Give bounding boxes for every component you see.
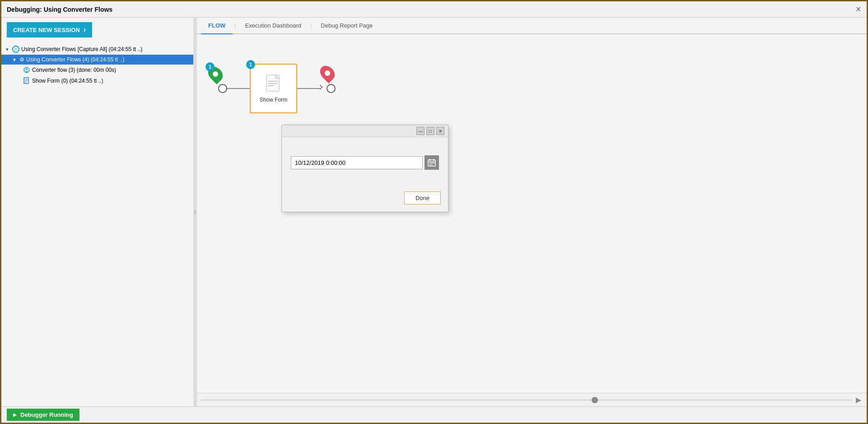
flow-show-form-node[interactable]: 1 Show Form [250, 64, 297, 113]
converter-icon [23, 66, 30, 74]
window-close-button[interactable]: ✕ [855, 5, 861, 14]
calendar-picker-button[interactable] [425, 155, 439, 170]
tree-section: ▼ ⏱ Using Converter Flows [Capture All] … [1, 42, 195, 406]
main-content: CREATE NEW SESSION › ▼ ⏱ Using Converter… [1, 18, 867, 406]
debugger-running-label: Debugger Running [20, 411, 73, 418]
pin-inner [212, 70, 219, 78]
scrollbar-bg [201, 399, 852, 401]
chevron-right-icon: › [84, 26, 86, 34]
right-panel: FLOW | Execution Dashboard | Debug Repor… [196, 18, 867, 406]
window-title: Debugging: Using Converter Flows [7, 6, 112, 13]
tree-toggle-icon: ▼ [5, 47, 10, 52]
form-dialog: — □ ✕ [281, 125, 448, 212]
dialog-minimize-button[interactable]: — [416, 127, 425, 135]
form-node-badge: 1 [246, 60, 255, 69]
debugger-running-button[interactable]: ▶ Debugger Running [7, 409, 79, 421]
flow-arrow-2 [297, 88, 321, 89]
right-panel-scrollbar: ▶ [196, 393, 867, 406]
scrollbar-track [201, 399, 852, 401]
tabs-bar: FLOW | Execution Dashboard | Debug Repor… [196, 18, 867, 34]
tab-separator: | [234, 22, 236, 29]
tree-show-form-label: Show Form (0) (04:24:55 tt ..) [32, 78, 103, 84]
tab-flow[interactable]: FLOW [201, 18, 233, 34]
dialog-close-button[interactable]: ✕ [436, 127, 444, 135]
create-session-button[interactable]: CREATE NEW SESSION › [7, 22, 92, 37]
tree-toggle-icon: ▼ [12, 57, 18, 62]
svg-rect-15 [433, 163, 434, 163]
tree-converter-flow-item[interactable]: Converter flow (3) (done: 00m 00s) [1, 65, 195, 75]
end-pin [321, 65, 334, 81]
svg-rect-17 [431, 164, 433, 165]
tree-converter-label: Converter flow (3) (done: 00m 00s) [32, 67, 116, 73]
pin-inner-end [324, 70, 331, 77]
dialog-maximize-button[interactable]: □ [426, 127, 434, 135]
flow-canvas: 1 1 [196, 34, 867, 393]
scrollbar-thumb[interactable] [592, 397, 598, 403]
process-icon: ⚙ [19, 56, 24, 63]
bottom-bar: ▶ Debugger Running [1, 406, 867, 423]
title-bar: Debugging: Using Converter Flows ✕ [1, 1, 867, 18]
tree-show-form-item[interactable]: Show Form (0) (04:24:55 tt ..) [1, 75, 195, 86]
create-session-label: CREATE NEW SESSION [13, 27, 80, 33]
tree-root-item[interactable]: ▼ ⏱ Using Converter Flows [Capture All] … [1, 44, 195, 55]
tree-level1-label: Using Converter Flows (4) (04:24:55 tt .… [26, 56, 124, 63]
dialog-titlebar: — □ ✕ [282, 125, 448, 137]
clock-icon: ⏱ [12, 46, 19, 53]
form-node-label: Show Form [260, 97, 287, 103]
form-icon [23, 77, 30, 84]
start-pin: 1 [209, 66, 222, 84]
tree-root-label: Using Converter Flows [Capture All] (04:… [21, 46, 142, 52]
start-badge: 1 [205, 62, 215, 71]
flow-area: 1 1 [205, 43, 867, 375]
app-window: Debugging: Using Converter Flows ✕ CREAT… [0, 0, 868, 424]
pin-red-shape [317, 63, 337, 83]
svg-rect-13 [429, 163, 431, 163]
document-icon [265, 74, 283, 97]
dialog-footer: Done [282, 188, 448, 212]
flow-end-node[interactable] [327, 84, 336, 93]
flow-arrow-1 [227, 88, 251, 89]
tree-level1-item[interactable]: ▼ ⚙ Using Converter Flows (4) (04:24:55 … [1, 55, 195, 65]
play-icon: ▶ [13, 412, 17, 417]
tab-separator2: | [310, 22, 312, 29]
dialog-body [282, 137, 448, 188]
flow-start-node[interactable] [218, 84, 227, 93]
done-button[interactable]: Done [404, 191, 441, 205]
svg-rect-16 [429, 164, 431, 165]
date-input-field[interactable] [291, 156, 423, 169]
date-input-row [291, 155, 439, 170]
left-panel: CREATE NEW SESSION › ▼ ⏱ Using Converter… [1, 18, 196, 406]
tab-debug-report[interactable]: Debug Report Page [313, 18, 380, 34]
calendar-icon [428, 158, 436, 167]
scroll-right-button[interactable]: ▶ [856, 396, 861, 404]
svg-rect-14 [431, 163, 433, 163]
tab-execution-dashboard[interactable]: Execution Dashboard [238, 18, 308, 34]
